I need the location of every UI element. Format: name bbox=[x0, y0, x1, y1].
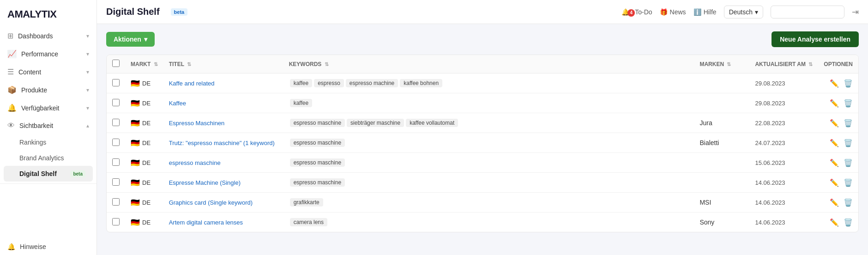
sidebar-sub-item-rankings[interactable]: Rankings bbox=[0, 134, 96, 150]
edit-icon[interactable]: ✏️ bbox=[830, 158, 839, 167]
hilfe-button[interactable]: ℹ️ Hilfe bbox=[693, 8, 717, 16]
row-markt: 🇩🇪 DE bbox=[125, 93, 163, 113]
de-flag-icon: 🇩🇪 bbox=[131, 178, 140, 187]
row-marken bbox=[694, 73, 749, 93]
header-aktualisiert[interactable]: AKTUALISIERT AM ⇅ bbox=[749, 55, 818, 73]
table-row: 🇩🇪 DE Espresso Maschinen espresso maschi… bbox=[107, 113, 858, 133]
keyword-tag: espresso bbox=[314, 79, 344, 87]
titel-link[interactable]: Kaffe and related bbox=[169, 80, 215, 87]
logout-icon[interactable]: ⇥ bbox=[852, 7, 859, 17]
row-checkbox[interactable] bbox=[112, 198, 120, 206]
delete-icon[interactable]: 🗑️ bbox=[844, 99, 853, 108]
row-keywords: espresso maschinesiebträger maschinekaff… bbox=[283, 113, 694, 133]
titel-link[interactable]: Artem digital camera lenses bbox=[169, 219, 243, 226]
row-checkbox[interactable] bbox=[112, 99, 120, 106]
sidebar-item-performance[interactable]: 📈 Performance ▾ bbox=[0, 45, 96, 63]
news-label: News bbox=[670, 8, 686, 16]
header-markt[interactable]: MARKT ⇅ bbox=[125, 55, 163, 73]
edit-icon[interactable]: ✏️ bbox=[830, 178, 839, 187]
delete-icon[interactable]: 🗑️ bbox=[844, 198, 853, 207]
header: Digital Shelf beta 🔔 4 To-Do 🎁 News ℹ️ H… bbox=[97, 0, 868, 24]
sidebar-item-produkte[interactable]: 📦 Produkte ▾ bbox=[0, 81, 96, 99]
action-icons: ✏️ 🗑️ bbox=[824, 198, 853, 207]
edit-icon[interactable]: ✏️ bbox=[830, 218, 839, 227]
row-checkbox[interactable] bbox=[112, 178, 120, 186]
markt-code: DE bbox=[142, 100, 151, 107]
sidebar-item-sichtbarkeit[interactable]: 👁 Sichtbarkeit ▴ bbox=[0, 117, 96, 134]
titel-link[interactable]: Espresse Machine (Single) bbox=[169, 179, 241, 186]
marken-col-label: MARKEN bbox=[699, 61, 724, 67]
delete-icon[interactable]: 🗑️ bbox=[844, 119, 853, 128]
delete-icon[interactable]: 🗑️ bbox=[844, 158, 853, 167]
sidebar-item-content[interactable]: ☰ Content ▾ bbox=[0, 63, 96, 81]
row-checkbox[interactable] bbox=[112, 139, 120, 146]
row-checkbox[interactable] bbox=[112, 158, 120, 166]
chevron-down-icon: ▾ bbox=[144, 36, 147, 43]
header-checkbox-col bbox=[107, 55, 125, 73]
sidebar-item-hinweise[interactable]: 🔔 Hinweise bbox=[0, 238, 96, 255]
row-checkbox[interactable] bbox=[112, 79, 120, 86]
markt-code: DE bbox=[142, 219, 151, 226]
titel-link[interactable]: Kaffee bbox=[169, 100, 186, 107]
row-marken: Sony bbox=[694, 212, 749, 232]
markt-code: DE bbox=[142, 80, 151, 87]
todo-count-badge: 4 bbox=[627, 9, 635, 17]
aktionen-button[interactable]: Aktionen ▾ bbox=[106, 32, 155, 47]
sidebar-sub-item-brand-analytics[interactable]: Brand Analytics bbox=[0, 150, 96, 166]
titel-link[interactable]: Trutz: "espresso maschine" (1 keyword) bbox=[169, 140, 275, 146]
row-optionen: ✏️ 🗑️ bbox=[818, 153, 858, 173]
action-icons: ✏️ 🗑️ bbox=[824, 218, 853, 227]
sort-icon: ⇅ bbox=[325, 61, 329, 67]
delete-icon[interactable]: 🗑️ bbox=[844, 218, 853, 227]
row-optionen: ✏️ 🗑️ bbox=[818, 212, 858, 232]
row-checkbox[interactable] bbox=[112, 218, 120, 225]
titel-link[interactable]: Espresso Maschinen bbox=[169, 120, 225, 127]
flag-de: 🇩🇪 DE bbox=[131, 198, 151, 207]
row-checkbox[interactable] bbox=[112, 119, 120, 126]
delete-icon[interactable]: 🗑️ bbox=[844, 178, 853, 187]
select-all-checkbox[interactable] bbox=[112, 60, 120, 67]
sidebar-item-verfuegbarkeit[interactable]: 🔔 Verfügbarkeit ▾ bbox=[0, 99, 96, 117]
keyword-tag: grafikkarte bbox=[290, 198, 323, 206]
row-titel: Kaffee bbox=[163, 93, 283, 113]
sort-icon: ⇅ bbox=[187, 61, 191, 67]
news-button[interactable]: 🎁 News bbox=[660, 8, 686, 16]
sidebar-sub-item-digital-shelf[interactable]: Digital Shelf beta bbox=[4, 166, 93, 182]
sort-icon: ⇅ bbox=[154, 61, 158, 67]
edit-icon[interactable]: ✏️ bbox=[830, 139, 839, 147]
search-input[interactable] bbox=[771, 6, 844, 18]
markt-code: DE bbox=[142, 120, 151, 127]
row-markt: 🇩🇪 DE bbox=[125, 173, 163, 193]
titel-link[interactable]: Graphics card (Single keyword) bbox=[169, 199, 253, 206]
language-selector[interactable]: Deutsch ▾ bbox=[724, 6, 763, 18]
de-flag-icon: 🇩🇪 bbox=[131, 99, 140, 108]
neue-analyse-button[interactable]: Neue Analyse erstellen bbox=[772, 31, 859, 47]
todo-button[interactable]: 🔔 4 To-Do bbox=[621, 8, 652, 16]
table-header-row: MARKT ⇅ TITEL ⇅ KEYWORDS ⇅ MARKEN bbox=[107, 55, 858, 73]
header-titel[interactable]: TITEL ⇅ bbox=[163, 55, 283, 73]
row-checkbox-cell bbox=[107, 133, 125, 153]
delete-icon[interactable]: 🗑️ bbox=[844, 79, 853, 88]
header-marken[interactable]: MARKEN ⇅ bbox=[694, 55, 749, 73]
header-keywords[interactable]: KEYWORDS ⇅ bbox=[283, 55, 694, 73]
sidebar-item-dashboards[interactable]: ⊞ Dashboards ▾ bbox=[0, 27, 96, 45]
row-optionen: ✏️ 🗑️ bbox=[818, 93, 858, 113]
digital-shelf-label: Digital Shelf bbox=[19, 170, 57, 177]
date-value: 24.07.2023 bbox=[755, 140, 785, 146]
edit-icon[interactable]: ✏️ bbox=[830, 119, 839, 128]
edit-icon[interactable]: ✏️ bbox=[830, 99, 839, 108]
marken-value: Sony bbox=[699, 219, 714, 226]
language-label: Deutsch bbox=[729, 8, 753, 16]
marken-value: Jura bbox=[699, 119, 712, 127]
titel-link[interactable]: espresso maschine bbox=[169, 159, 221, 166]
news-icon: 🎁 bbox=[660, 8, 668, 16]
edit-icon[interactable]: ✏️ bbox=[830, 79, 839, 88]
chevron-up-icon: ▴ bbox=[86, 122, 89, 129]
row-aktualisiert: 15.06.2023 bbox=[749, 153, 818, 173]
flag-de: 🇩🇪 DE bbox=[131, 218, 151, 227]
edit-icon[interactable]: ✏️ bbox=[830, 198, 839, 207]
sidebar-label-hinweise: Hinweise bbox=[20, 243, 46, 250]
delete-icon[interactable]: 🗑️ bbox=[844, 139, 853, 147]
table-row: 🇩🇪 DE Artem digital camera lenses camera… bbox=[107, 212, 858, 232]
table-row: 🇩🇪 DE espresso maschine espresso maschin… bbox=[107, 153, 858, 173]
